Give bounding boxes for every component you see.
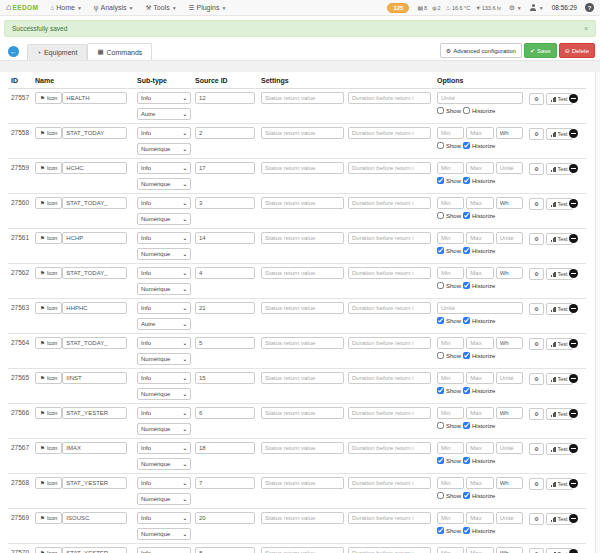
subtype-select[interactable]: Numérique⌄ [137, 283, 191, 295]
source-id-input[interactable] [195, 407, 255, 419]
duration-return-input[interactable] [348, 372, 431, 384]
command-configuration-button[interactable]: ⚙ [529, 548, 544, 553]
advanced-configuration-button[interactable]: ⚙ Advanced configuration [440, 43, 522, 58]
historize-checkbox[interactable] [463, 282, 470, 289]
max-input[interactable] [466, 127, 493, 139]
status-return-input[interactable] [261, 92, 344, 104]
status-return-input[interactable] [261, 512, 344, 524]
subtype-select[interactable]: Numérique⌄ [137, 493, 191, 505]
subtype-select[interactable]: Numérique⌄ [137, 178, 191, 190]
choose-icon-button[interactable]: ⚑Icon [35, 162, 62, 174]
command-name-input[interactable] [62, 302, 127, 314]
duration-return-input[interactable] [348, 162, 431, 174]
command-name-input[interactable] [62, 127, 127, 139]
choose-icon-button[interactable]: ⚑Icon [35, 442, 62, 454]
command-configuration-button[interactable]: ⚙ [529, 128, 544, 140]
command-configuration-button[interactable]: ⚙ [529, 93, 544, 105]
max-input[interactable] [466, 197, 493, 209]
duration-return-input[interactable] [348, 547, 431, 553]
scrollbar[interactable] [595, 72, 600, 553]
choose-icon-button[interactable]: ⚑Icon [35, 477, 62, 489]
historize-checkbox[interactable] [463, 247, 470, 254]
show-checkbox[interactable] [437, 527, 444, 534]
status-return-input[interactable] [261, 302, 344, 314]
max-input[interactable] [466, 407, 493, 419]
type-select[interactable]: Info⌄ [137, 267, 191, 279]
type-select[interactable]: Info⌄ [137, 547, 191, 553]
duration-return-input[interactable] [348, 302, 431, 314]
usb-status[interactable]: ψ 2 [432, 5, 440, 11]
command-name-input[interactable] [62, 92, 127, 104]
type-select[interactable]: Info⌄ [137, 197, 191, 209]
remove-command-icon[interactable] [569, 374, 578, 383]
remove-command-icon[interactable] [569, 129, 578, 138]
min-input[interactable] [437, 162, 464, 174]
subtype-select[interactable]: Numérique⌄ [137, 248, 191, 260]
min-input[interactable] [437, 372, 464, 384]
menu-tools[interactable]: ⚒ Tools ▼ [146, 4, 177, 12]
historize-checkbox[interactable] [463, 177, 470, 184]
status-return-input[interactable] [261, 477, 344, 489]
jeedom-logo[interactable]: ⌂ EEDOM [6, 3, 38, 12]
type-select[interactable]: Info⌄ [137, 477, 191, 489]
type-select[interactable]: Info⌄ [137, 302, 191, 314]
show-checkbox[interactable] [437, 212, 444, 219]
historize-checkbox[interactable] [463, 317, 470, 324]
command-name-input[interactable] [62, 547, 127, 553]
unit-input[interactable] [496, 407, 523, 419]
unit-input[interactable] [437, 302, 523, 314]
source-id-input[interactable] [195, 162, 255, 174]
command-configuration-button[interactable]: ⚙ [529, 303, 544, 315]
subtype-select[interactable]: Autre⌄ [137, 108, 191, 120]
show-checkbox[interactable] [437, 107, 444, 114]
historize-checkbox[interactable] [463, 352, 470, 359]
remove-command-icon[interactable] [569, 94, 578, 103]
subtype-select[interactable]: Numérique⌄ [137, 143, 191, 155]
unit-input[interactable] [496, 547, 523, 553]
choose-icon-button[interactable]: ⚑Icon [35, 372, 62, 384]
status-return-input[interactable] [261, 232, 344, 244]
remove-command-icon[interactable] [569, 234, 578, 243]
choose-icon-button[interactable]: ⚑Icon [35, 512, 62, 524]
unit-input[interactable] [496, 477, 523, 489]
min-input[interactable] [437, 337, 464, 349]
duration-return-input[interactable] [348, 477, 431, 489]
command-name-input[interactable] [62, 267, 127, 279]
menu-analysis[interactable]: ψ Analysis ▼ [94, 4, 134, 11]
duration-return-input[interactable] [348, 407, 431, 419]
show-checkbox[interactable] [437, 492, 444, 499]
max-input[interactable] [466, 232, 493, 244]
command-configuration-button[interactable]: ⚙ [529, 408, 544, 420]
temperature-status[interactable]: ♨ 16.6 °C [446, 4, 471, 11]
show-checkbox[interactable] [437, 317, 444, 324]
max-input[interactable] [466, 372, 493, 384]
source-id-input[interactable] [195, 477, 255, 489]
remove-command-icon[interactable] [569, 514, 578, 523]
command-name-input[interactable] [62, 512, 127, 524]
command-configuration-button[interactable]: ⚙ [529, 163, 544, 175]
source-id-input[interactable] [195, 197, 255, 209]
historize-checkbox[interactable] [463, 107, 470, 114]
remove-command-icon[interactable] [569, 409, 578, 418]
menu-plugins[interactable]: ☰ Plugins ▼ [189, 4, 227, 12]
max-input[interactable] [466, 337, 493, 349]
source-id-input[interactable] [195, 337, 255, 349]
command-configuration-button[interactable]: ⚙ [529, 268, 544, 280]
return-button[interactable]: ← [8, 46, 19, 57]
remove-command-icon[interactable] [569, 549, 578, 553]
historize-checkbox[interactable] [463, 492, 470, 499]
show-checkbox[interactable] [437, 352, 444, 359]
remove-command-icon[interactable] [569, 339, 578, 348]
unit-input[interactable] [496, 372, 523, 384]
menu-home[interactable]: ⌂ Home ▼ [50, 4, 82, 11]
subtype-select[interactable]: Numérique⌄ [137, 353, 191, 365]
min-input[interactable] [437, 442, 464, 454]
min-input[interactable] [437, 407, 464, 419]
show-checkbox[interactable] [437, 247, 444, 254]
type-select[interactable]: Info⌄ [137, 512, 191, 524]
unit-input[interactable] [496, 232, 523, 244]
unit-input[interactable] [437, 92, 523, 104]
unit-input[interactable] [496, 162, 523, 174]
subtype-select[interactable]: Numérique⌄ [137, 458, 191, 470]
command-configuration-button[interactable]: ⚙ [529, 443, 544, 455]
